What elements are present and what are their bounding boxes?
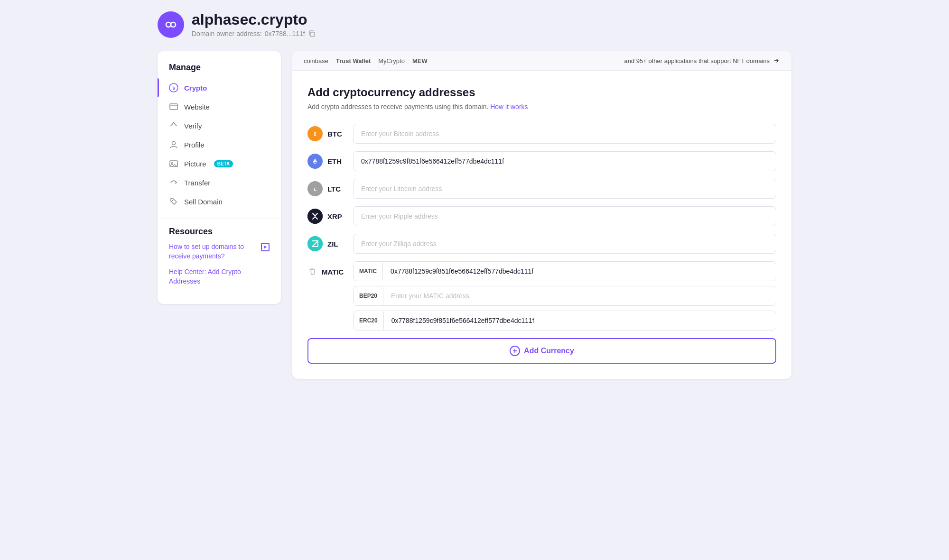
resource-link-text: How to set up domains to receive payment…: [169, 242, 258, 261]
btc-symbol: BTC: [327, 130, 342, 138]
matic-input-matic[interactable]: [383, 262, 776, 281]
sidebar-item-transfer[interactable]: Transfer: [158, 173, 281, 192]
sidebar-item-profile[interactable]: Profile: [158, 135, 281, 154]
sidebar-item-website[interactable]: Website: [158, 97, 281, 116]
manage-title: Manage: [158, 63, 281, 73]
matic-label-col: MATIC: [307, 261, 345, 276]
sidebar-item-label: Sell Domain: [184, 198, 223, 206]
eth-input-wrapper: [353, 151, 776, 171]
eth-icon: [307, 154, 323, 169]
main-layout: Manage $ Crypto: [158, 51, 791, 379]
svg-rect-2: [310, 32, 315, 37]
appbar-coinbase: coinbase: [304, 57, 328, 64]
resource-link-text: Help Center: Add Crypto Addresses: [169, 267, 270, 286]
copy-address-icon[interactable]: [308, 30, 316, 37]
ltc-input-wrapper: [353, 179, 776, 199]
matic-tag-matic: MATIC: [354, 262, 383, 280]
crypto-info-xrp: XRP: [307, 209, 345, 224]
domain-subtitle: Domain owner address: 0x7788...111f: [192, 30, 316, 37]
xrp-input[interactable]: [353, 206, 776, 226]
arrow-right-icon: [772, 57, 780, 64]
sell-icon: [169, 197, 178, 206]
xrp-symbol: XRP: [327, 212, 342, 220]
eth-input[interactable]: [353, 151, 776, 171]
sidebar-item-label: Verify: [184, 122, 202, 130]
owner-address: 0x7788...111f: [265, 30, 305, 37]
svg-point-9: [172, 163, 173, 164]
sidebar-item-label: Profile: [184, 141, 205, 149]
ltc-icon: Ł: [307, 181, 323, 196]
btc-input-wrapper: [353, 124, 776, 144]
resource-link-help[interactable]: Help Center: Add Crypto Addresses: [169, 267, 270, 286]
content-title: Add cryptocurrency addresses: [307, 86, 776, 99]
svg-point-7: [172, 142, 176, 145]
verify-icon: [169, 121, 178, 130]
crypto-icon: $: [169, 83, 178, 92]
add-currency-button[interactable]: + Add Currency: [307, 338, 776, 364]
appbar-more-text: and 95+ other applications that support …: [624, 57, 770, 64]
resources-section: Resources How to set up domains to recei…: [158, 227, 281, 286]
svg-point-10: [172, 200, 173, 201]
sidebar-item-sell-domain[interactable]: Sell Domain: [158, 192, 281, 211]
matic-input-row-erc20: ERC20: [353, 311, 776, 330]
play-icon: [261, 243, 270, 251]
xrp-input-wrapper: [353, 206, 776, 226]
appbar-trustwallet: Trust Wallet: [336, 57, 371, 64]
website-icon: [169, 102, 178, 111]
zil-symbol: ZIL: [327, 240, 338, 248]
content-area: Add cryptocurrency addresses Add crypto …: [292, 71, 791, 379]
resource-link-setup[interactable]: How to set up domains to receive payment…: [169, 242, 270, 261]
sidebar-divider: [158, 219, 281, 219]
zil-input[interactable]: [353, 234, 776, 254]
crypto-info-btc: ₿ BTC: [307, 126, 345, 141]
profile-icon: [169, 140, 178, 149]
xrp-icon: [307, 209, 323, 224]
matic-input-row-matic: MATIC: [353, 261, 776, 281]
matic-input-erc20[interactable]: [384, 311, 776, 330]
svg-point-1: [171, 22, 176, 27]
crypto-info-eth: ETH: [307, 154, 345, 169]
ltc-input[interactable]: [353, 179, 776, 199]
svg-point-0: [166, 22, 171, 27]
eth-symbol: ETH: [327, 157, 342, 165]
zil-icon: [307, 236, 323, 251]
sidebar-item-crypto[interactable]: $ Crypto: [158, 78, 281, 97]
zil-input-wrapper: [353, 234, 776, 254]
matic-input-bep20[interactable]: [383, 286, 776, 305]
how-it-works-link[interactable]: How it works: [490, 103, 528, 110]
sidebar-item-verify[interactable]: Verify: [158, 116, 281, 135]
domain-info: alphasec.crypto Domain owner address: 0x…: [192, 11, 316, 37]
matic-delete-icon[interactable]: [307, 267, 317, 276]
sidebar: Manage $ Crypto: [158, 51, 281, 304]
crypto-row-zil: ZIL: [307, 234, 776, 254]
sidebar-item-label: Picture: [184, 160, 206, 168]
svg-rect-5: [170, 104, 177, 110]
owner-label: Domain owner address:: [192, 30, 262, 37]
svg-marker-11: [264, 246, 267, 248]
transfer-icon: [169, 178, 178, 187]
svg-text:Ł: Ł: [314, 187, 316, 192]
beta-badge: BETA: [214, 160, 233, 167]
btc-icon: ₿: [307, 126, 323, 141]
btc-input[interactable]: [353, 124, 776, 144]
crypto-info-zil: ZIL: [307, 236, 345, 251]
appbar-mycrypto: MyCrypto: [378, 57, 405, 64]
matic-section: MATIC MATIC BEP20: [307, 261, 776, 330]
sidebar-item-label: Transfer: [184, 179, 210, 187]
matic-row: MATIC MATIC BEP20: [307, 261, 776, 330]
sidebar-item-picture[interactable]: Picture BETA: [158, 154, 281, 173]
picture-icon: [169, 159, 178, 168]
crypto-info-ltc: Ł LTC: [307, 181, 345, 196]
matic-tag-bep20: BEP20: [354, 287, 383, 305]
subtitle-text: Add crypto addresses to receive payments…: [307, 103, 488, 110]
crypto-row-xrp: XRP: [307, 206, 776, 226]
add-currency-label: Add Currency: [524, 347, 574, 355]
matic-tag-erc20: ERC20: [354, 312, 384, 330]
appbar-more[interactable]: and 95+ other applications that support …: [624, 57, 780, 64]
content-subtitle: Add crypto addresses to receive payments…: [307, 103, 776, 110]
sidebar-item-label: Website: [184, 103, 210, 111]
plus-circle-icon: +: [510, 346, 520, 356]
main-content: coinbase Trust Wallet MyCrypto MEW and 9…: [292, 51, 791, 379]
svg-text:$: $: [172, 86, 175, 91]
domain-name: alphasec.crypto: [192, 11, 316, 28]
